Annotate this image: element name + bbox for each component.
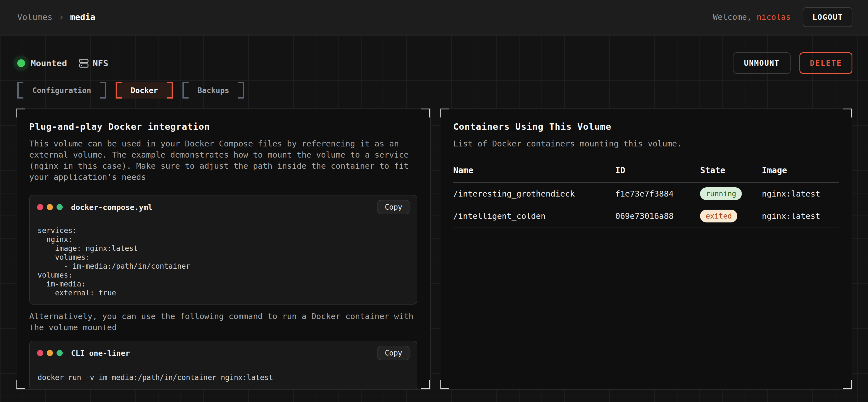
containers-panel-title: Containers Using This Volume: [453, 122, 839, 132]
window-dot-red-icon: [37, 350, 43, 356]
containers-table-header-row: Name ID State Image: [453, 162, 839, 182]
container-image-cell: nginx:latest: [762, 205, 839, 227]
compose-code-block-header: docker-compose.yml Copy: [30, 195, 417, 219]
state-badge-exited: exited: [700, 210, 737, 223]
window-dot-amber-icon: [47, 350, 53, 356]
tab-configuration[interactable]: Configuration: [17, 82, 106, 99]
panel-corner-bracket: [16, 108, 25, 118]
compose-filename: docker-compose.yml: [71, 203, 153, 211]
mounted-status-label: Mounted: [31, 58, 67, 68]
panel-corner-bracket: [421, 380, 431, 390]
username-text: nicolas: [756, 12, 790, 22]
state-badge-running: running: [700, 187, 742, 200]
unmount-button[interactable]: UNMOUNT: [733, 52, 791, 74]
volume-action-buttons: UNMOUNT DELETE: [733, 52, 852, 74]
window-dot-amber-icon: [47, 204, 53, 210]
compose-code-block: docker-compose.yml Copy services: nginx:…: [29, 195, 417, 305]
column-header-image: Image: [762, 162, 839, 182]
cli-code: docker run -v im-media:/path/in/containe…: [30, 365, 417, 390]
panels-container: Plug-and-play Docker integration This vo…: [16, 108, 852, 390]
welcome-text: Welcome, nicolas: [713, 12, 790, 22]
breadcrumb: Volumes › media: [17, 12, 95, 22]
window-dot-red-icon: [37, 204, 43, 210]
column-header-name: Name: [453, 162, 615, 182]
tab-docker-label: Docker: [122, 82, 167, 99]
tab-configuration-label: Configuration: [23, 82, 100, 99]
tab-docker[interactable]: Docker: [116, 82, 173, 99]
tab-backups[interactable]: Backups: [182, 82, 244, 99]
tab-backups-label: Backups: [189, 82, 238, 99]
breadcrumb-separator-icon: ›: [59, 12, 64, 22]
containers-panel: Containers Using This Volume List of Doc…: [440, 108, 852, 390]
breadcrumb-volumes-link[interactable]: Volumes: [17, 12, 52, 22]
panel-corner-bracket: [16, 380, 25, 390]
server-icon: [79, 58, 89, 68]
main-content: Mounted NFS UNMOUNT DELETE Configuration…: [0, 35, 868, 402]
container-state-cell: exited: [700, 205, 762, 227]
panel-corner-bracket: [440, 380, 449, 390]
driver-type-label: NFS: [93, 58, 108, 68]
column-header-state: State: [700, 162, 762, 182]
breadcrumb-current-volume: media: [70, 12, 95, 22]
containers-panel-subtitle: List of Docker containers mounting this …: [453, 138, 839, 149]
container-id-cell: 069e73016a88: [615, 205, 700, 227]
window-dots: [37, 350, 63, 356]
panel-corner-bracket: [440, 108, 449, 118]
delete-button[interactable]: DELETE: [800, 52, 852, 74]
mounted-status-dot-icon: [17, 59, 25, 67]
volume-tabs: Configuration Docker Backups: [17, 82, 244, 99]
panel-corner-bracket: [421, 108, 431, 118]
table-row: /interesting_grothendieck f1e73e7f3884 r…: [453, 182, 839, 205]
panel-corner-bracket: [843, 380, 852, 390]
cli-intro-text: Alternatively, you can use the following…: [29, 311, 417, 333]
container-state-cell: running: [700, 182, 762, 205]
window-dots: [37, 204, 63, 210]
docker-panel-description: This volume can be used in your Docker C…: [29, 138, 417, 182]
window-dot-green-icon: [57, 350, 63, 356]
docker-panel-title: Plug-and-play Docker integration: [29, 122, 417, 132]
docker-integration-panel: Plug-and-play Docker integration This vo…: [16, 108, 431, 390]
welcome-prefix: Welcome,: [713, 12, 752, 22]
containers-table: Name ID State Image /interesting_grothen…: [453, 162, 839, 228]
container-name-cell: /intelligent_colden: [453, 205, 615, 227]
container-id-cell: f1e73e7f3884: [615, 182, 700, 205]
container-image-cell: nginx:latest: [762, 182, 839, 205]
cli-copy-button[interactable]: Copy: [377, 346, 409, 360]
table-row: /intelligent_colden 069e73016a88 exited …: [453, 205, 839, 227]
compose-copy-button[interactable]: Copy: [377, 200, 409, 214]
window-dot-green-icon: [57, 204, 63, 210]
panel-corner-bracket: [843, 108, 852, 118]
logout-button[interactable]: LOGOUT: [803, 7, 852, 27]
topbar-right: Welcome, nicolas LOGOUT: [713, 7, 852, 27]
column-header-id: ID: [615, 162, 700, 182]
cli-filename: CLI one-liner: [71, 349, 130, 358]
cli-code-block: CLI one-liner Copy docker run -v im-medi…: [29, 341, 417, 390]
driver-indicator: NFS: [79, 58, 108, 68]
compose-code: services: nginx: image: nginx:latest vol…: [30, 219, 417, 304]
cli-code-block-header: CLI one-liner Copy: [30, 341, 417, 365]
topbar: Volumes › media Welcome, nicolas LOGOUT: [0, 0, 868, 35]
container-name-cell: /interesting_grothendieck: [453, 182, 615, 205]
volume-status-row: Mounted NFS UNMOUNT DELETE: [17, 52, 852, 74]
